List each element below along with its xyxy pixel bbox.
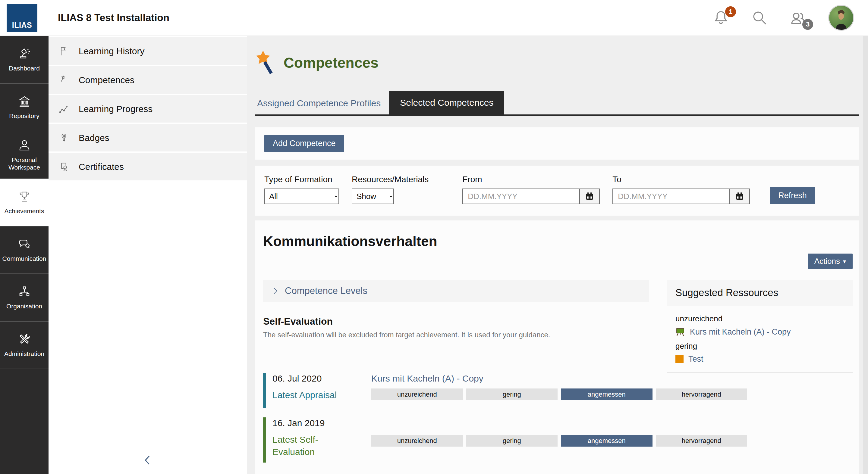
level-segment: unzureichend bbox=[371, 388, 463, 400]
tab-assigned-competence-profiles[interactable]: Assigned Competence Profiles bbox=[255, 98, 389, 114]
online-members-button[interactable]: 3 bbox=[789, 9, 807, 26]
sidebar-item-badges[interactable]: Badges bbox=[49, 124, 247, 151]
sidebar-item-competences[interactable]: Competences bbox=[49, 66, 247, 94]
calendar-icon bbox=[735, 192, 744, 201]
test-icon bbox=[675, 355, 684, 363]
sidebar-item-label: Learning Progress bbox=[79, 104, 153, 114]
level-segment: hervorragend bbox=[656, 388, 747, 400]
rail-label: Repository bbox=[8, 112, 40, 120]
filter-label: Resources/Materials bbox=[352, 175, 429, 184]
magic-wand-icon bbox=[58, 74, 70, 86]
achievements-sidebar: Learning History Competences Learning Pr… bbox=[49, 36, 247, 474]
sidebar-item-learning-history[interactable]: Learning History bbox=[49, 37, 247, 65]
entry-date: 16. Jan 2019 bbox=[273, 417, 348, 428]
rail-item-dashboard[interactable]: Dashboard bbox=[0, 36, 49, 84]
suggested-resource-item[interactable]: Kurs mit Kacheln (A) - Copy bbox=[675, 327, 844, 337]
achievements-icon bbox=[18, 190, 31, 204]
level-segment-selected: angemessen bbox=[561, 435, 652, 447]
sidebar-item-label: Badges bbox=[79, 133, 110, 143]
dashboard-icon bbox=[18, 47, 31, 61]
level-segment: gering bbox=[466, 435, 558, 447]
suggested-level-label: gering bbox=[675, 341, 844, 351]
level-segment: hervorragend bbox=[656, 435, 747, 447]
filter-label: To bbox=[613, 175, 750, 184]
to-date-input[interactable] bbox=[613, 189, 730, 204]
tab-selected-competences[interactable]: Selected Competences bbox=[389, 91, 504, 114]
self-evaluation-section: Self-Evaluation The self-evaluation will… bbox=[263, 316, 649, 339]
rail-item-achievements[interactable]: Achievements bbox=[0, 179, 49, 227]
entry-type-label[interactable]: Latest Self-Evaluation bbox=[273, 434, 348, 458]
notification-count-badge: 1 bbox=[725, 6, 736, 17]
level-segment: unzureichend bbox=[371, 435, 463, 447]
chevron-left-icon[interactable] bbox=[142, 454, 154, 466]
rail-label: Dashboard bbox=[7, 64, 41, 72]
rail-item-personal-workspace[interactable]: Personal Workspace bbox=[0, 131, 49, 179]
suggested-resource-link[interactable]: Test bbox=[688, 354, 704, 364]
calendar-icon bbox=[585, 192, 594, 201]
notifications-button[interactable]: 1 bbox=[712, 9, 730, 26]
tab-bar: Assigned Competence Profiles Selected Co… bbox=[255, 91, 859, 116]
filter-to: To bbox=[613, 175, 750, 204]
appraisal-entry: 06. Jul 2020 Latest Appraisal Kurs mit K… bbox=[263, 373, 755, 408]
filter-label: From bbox=[462, 175, 600, 184]
rail-item-administration[interactable]: Administration bbox=[0, 321, 49, 369]
suggested-resources-panel: Suggested Ressources unzureichend Kurs m… bbox=[667, 280, 852, 373]
page-header: Competences bbox=[255, 50, 859, 75]
ilias-logo[interactable]: ILIAS bbox=[7, 4, 37, 32]
sidebar-item-learning-progress[interactable]: Learning Progress bbox=[49, 95, 247, 123]
suggested-resource-item[interactable]: Test bbox=[675, 354, 844, 364]
self-evaluation-heading: Self-Evaluation bbox=[263, 316, 649, 327]
sidebar-footer bbox=[49, 446, 247, 474]
level-segment: gering bbox=[466, 388, 558, 400]
competence-levels-toggle[interactable]: Competence Levels bbox=[263, 280, 649, 302]
sidebar-item-certificates[interactable]: Certificates bbox=[49, 153, 247, 180]
entry-date: 06. Jul 2020 bbox=[273, 373, 348, 384]
add-competence-button[interactable]: Add Competence bbox=[264, 135, 344, 152]
entry-resource-link[interactable]: Kurs mit Kacheln (A) - Copy bbox=[371, 373, 484, 384]
from-date-input[interactable] bbox=[463, 189, 579, 204]
suggested-resources-title: Suggested Ressources bbox=[667, 280, 852, 306]
suggested-resource-link[interactable]: Kurs mit Kacheln (A) - Copy bbox=[690, 327, 791, 337]
rail-label: Communication bbox=[1, 255, 48, 262]
course-icon bbox=[675, 327, 685, 337]
page-title: Competences bbox=[284, 55, 378, 71]
competence-heading: Kommunikationsverhalten bbox=[263, 233, 852, 249]
filter-from: From bbox=[462, 175, 600, 204]
self-evaluation-description: The self-evaluation will be excluded fro… bbox=[263, 331, 649, 339]
main-content: Competences Assigned Competence Profiles… bbox=[247, 36, 868, 474]
line-chart-icon bbox=[58, 103, 70, 115]
rail-item-organisation[interactable]: Organisation bbox=[0, 274, 49, 321]
from-calendar-button[interactable] bbox=[579, 189, 599, 204]
administration-icon bbox=[18, 333, 31, 346]
search-icon bbox=[751, 9, 768, 26]
flag-icon bbox=[58, 45, 70, 57]
scrollbar[interactable] bbox=[863, 36, 868, 474]
entry-type-label[interactable]: Latest Appraisal bbox=[273, 389, 348, 401]
refresh-button[interactable]: Refresh bbox=[770, 187, 815, 204]
filter-resources-materials: Resources/Materials Show bbox=[352, 175, 429, 204]
competences-wand-icon bbox=[255, 50, 274, 75]
to-calendar-button[interactable] bbox=[730, 189, 749, 204]
installation-title: ILIAS 8 Test Installation bbox=[58, 0, 169, 36]
rail-label: Personal Workspace bbox=[0, 156, 49, 171]
rail-label: Achievements bbox=[3, 207, 45, 215]
filter-label: Type of Formation bbox=[264, 175, 339, 184]
search-button[interactable] bbox=[751, 9, 768, 26]
resources-materials-select[interactable]: Show bbox=[352, 189, 394, 204]
appraisal-entries: 06. Jul 2020 Latest Appraisal Kurs mit K… bbox=[263, 373, 852, 463]
level-scale: unzureichend gering angemessen hervorrag… bbox=[371, 388, 747, 400]
rail-label: Administration bbox=[3, 350, 45, 358]
suggested-level-label: unzureichend bbox=[675, 314, 844, 324]
sidebar-item-label: Learning History bbox=[79, 46, 144, 56]
topbar: ILIAS ILIAS 8 Test Installation 1 3 bbox=[0, 0, 868, 36]
sidebar-item-label: Competences bbox=[79, 75, 134, 85]
rail-item-communication[interactable]: Communication bbox=[0, 227, 49, 274]
competence-levels-label: Competence Levels bbox=[285, 285, 367, 296]
medal-icon bbox=[58, 132, 70, 144]
competence-details: Competence Levels Self-Evaluation The se… bbox=[263, 280, 649, 339]
sidebar-item-label: Certificates bbox=[79, 162, 124, 172]
rail-item-repository[interactable]: Repository bbox=[0, 84, 49, 131]
avatar[interactable] bbox=[828, 5, 854, 31]
actions-button[interactable]: Actions ▾ bbox=[808, 253, 852, 269]
type-of-formation-select[interactable]: All bbox=[264, 189, 339, 204]
